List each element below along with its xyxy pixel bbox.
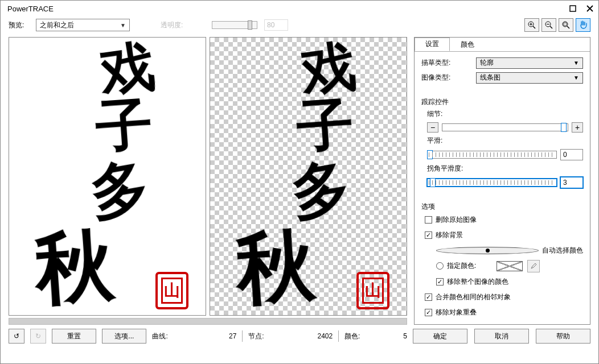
- glyph: 子: [295, 96, 356, 157]
- seal-stamp: 山: [356, 272, 389, 309]
- trace-type-select[interactable]: 轮廓▼: [476, 57, 583, 69]
- zoom-in-button[interactable]: [524, 18, 539, 32]
- remove-whole-checkbox[interactable]: [436, 278, 444, 286]
- chevron-down-icon: ▼: [573, 60, 579, 66]
- smooth-label: 平滑:: [427, 136, 583, 146]
- curves-value: 27: [229, 332, 236, 340]
- glyph: 多: [286, 156, 355, 224]
- glyph: 戏: [97, 39, 158, 100]
- image-type-label: 图像类型:: [421, 73, 471, 82]
- detail-increase-button[interactable]: +: [572, 122, 583, 133]
- help-button[interactable]: 帮助: [536, 329, 590, 344]
- nodes-label: 节点:: [248, 332, 269, 341]
- options-title: 选项: [421, 202, 583, 212]
- smooth-slider[interactable]: [427, 151, 557, 159]
- image-type-select[interactable]: 线条图▼: [476, 72, 583, 84]
- pan-button[interactable]: [576, 18, 590, 32]
- detail-label: 细节:: [427, 109, 583, 119]
- remove-whole-label: 移除整个图像的颜色: [447, 277, 508, 287]
- tab-settings[interactable]: 设置: [415, 38, 450, 51]
- svg-rect-4: [564, 23, 567, 26]
- glyph: 子: [94, 96, 155, 157]
- window-close-button[interactable]: [581, 2, 598, 15]
- merge-adjacent-label: 合并颜色相同的相邻对象: [436, 292, 511, 302]
- redo-button[interactable]: ↻: [30, 329, 46, 344]
- before-canvas[interactable]: 戏 子 多 秋 山: [9, 37, 206, 316]
- curves-label: 曲线:: [152, 332, 173, 341]
- detail-decrease-button[interactable]: −: [427, 122, 438, 133]
- remove-bg-label: 移除背景: [436, 230, 463, 240]
- remove-overlap-label: 移除对象重叠: [436, 308, 477, 317]
- preview-dropdown[interactable]: 之前和之后 ▼: [36, 19, 130, 31]
- delete-original-checkbox[interactable]: [425, 216, 432, 224]
- tab-colors[interactable]: 颜色: [450, 38, 485, 51]
- spec-color-radio[interactable]: [436, 262, 444, 270]
- options-button[interactable]: 选项...: [102, 329, 146, 344]
- preview-dropdown-value: 之前和之后: [40, 20, 74, 30]
- corner-label: 拐角平滑度:: [427, 164, 583, 173]
- glyph: 秋: [32, 226, 116, 309]
- detail-slider[interactable]: [442, 123, 568, 131]
- svg-rect-0: [570, 6, 576, 11]
- glyph: 多: [85, 156, 154, 224]
- auto-color-label: 自动选择颜色: [542, 246, 583, 255]
- reset-button[interactable]: 重置: [52, 329, 96, 344]
- remove-bg-checkbox[interactable]: [425, 231, 432, 239]
- after-canvas[interactable]: 戏 子 多 秋 山: [210, 37, 407, 316]
- corner-slider[interactable]: [427, 179, 557, 187]
- colors-label: 颜色:: [344, 332, 365, 341]
- undo-button[interactable]: ↺: [9, 329, 24, 344]
- window-title: PowerTRACE: [7, 5, 564, 13]
- colors-value: 5: [403, 332, 407, 340]
- tracking-controls-title: 跟踪控件: [421, 97, 583, 107]
- color-swatch: [497, 261, 523, 271]
- remove-overlap-checkbox[interactable]: [425, 309, 432, 316]
- svg-point-3: [563, 22, 568, 27]
- merge-adjacent-checkbox[interactable]: [425, 293, 432, 301]
- transparency-label: 透明度:: [161, 20, 187, 30]
- corner-value[interactable]: 3: [560, 177, 583, 188]
- trace-type-label: 描草类型:: [421, 58, 471, 68]
- seal-stamp: 山: [155, 272, 188, 309]
- delete-original-label: 删除原始图像: [436, 215, 477, 225]
- nodes-value: 2402: [318, 332, 333, 340]
- chevron-down-icon: ▼: [120, 22, 126, 28]
- transparency-value: 80: [264, 19, 288, 31]
- smooth-value[interactable]: 0: [560, 149, 583, 160]
- zoom-fit-button[interactable]: [559, 18, 573, 32]
- group-by-color-label: 根据颜色分组对象: [447, 323, 502, 324]
- window-maximize-button[interactable]: [564, 2, 581, 15]
- preview-label: 预览:: [9, 20, 29, 30]
- cancel-button[interactable]: 取消: [474, 329, 529, 344]
- ok-button[interactable]: 确定: [413, 329, 467, 344]
- spec-color-label: 指定颜色:: [447, 261, 476, 271]
- eyedropper-button[interactable]: [527, 260, 540, 272]
- auto-color-radio[interactable]: [436, 247, 539, 254]
- glyph: 戏: [298, 39, 359, 100]
- glyph: 秋: [233, 226, 317, 309]
- zoom-out-button[interactable]: [541, 18, 556, 32]
- transparency-slider: [212, 21, 257, 29]
- horizontal-scrollbar[interactable]: [9, 318, 407, 325]
- chevron-down-icon: ▼: [573, 75, 579, 81]
